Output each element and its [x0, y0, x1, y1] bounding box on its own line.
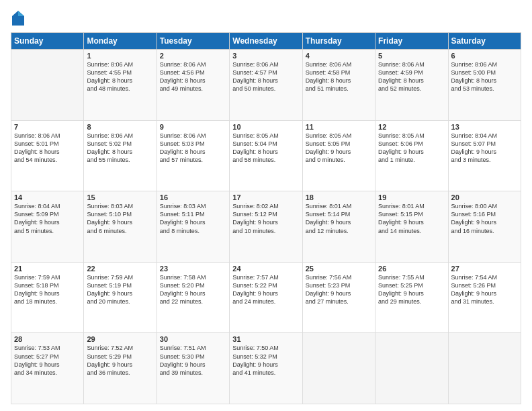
calendar-cell: 27Sunrise: 7:54 AM Sunset: 5:26 PM Dayli…: [448, 262, 521, 333]
day-number: 10: [232, 123, 299, 131]
calendar-day-header: Tuesday: [157, 33, 229, 50]
calendar-cell: 26Sunrise: 7:55 AM Sunset: 5:25 PM Dayli…: [375, 262, 448, 333]
calendar-day-header: Thursday: [302, 33, 375, 50]
day-number: 3: [232, 52, 299, 60]
calendar-cell: 6Sunrise: 8:06 AM Sunset: 5:00 PM Daylig…: [448, 50, 521, 121]
calendar-cell: 14Sunrise: 8:04 AM Sunset: 5:09 PM Dayli…: [11, 191, 84, 263]
day-number: 14: [14, 193, 81, 201]
calendar-cell: 25Sunrise: 7:56 AM Sunset: 5:23 PM Dayli…: [302, 262, 375, 333]
calendar-cell: 2Sunrise: 8:06 AM Sunset: 4:56 PM Daylig…: [157, 50, 229, 121]
day-info: Sunrise: 8:06 AM Sunset: 4:56 PM Dayligh…: [160, 60, 226, 93]
calendar-week-row: 1Sunrise: 8:06 AM Sunset: 4:55 PM Daylig…: [11, 50, 521, 121]
calendar-cell: 23Sunrise: 7:58 AM Sunset: 5:20 PM Dayli…: [157, 262, 229, 333]
calendar-cell: 5Sunrise: 8:06 AM Sunset: 4:59 PM Daylig…: [375, 50, 448, 121]
calendar-cell: 19Sunrise: 8:01 AM Sunset: 5:15 PM Dayli…: [375, 191, 448, 263]
calendar-cell: 22Sunrise: 7:59 AM Sunset: 5:19 PM Dayli…: [84, 262, 157, 333]
day-number: 23: [160, 265, 226, 273]
day-number: 11: [306, 123, 372, 131]
day-number: 9: [160, 123, 226, 131]
day-info: Sunrise: 8:01 AM Sunset: 5:14 PM Dayligh…: [306, 202, 372, 235]
logo-icon: [12, 11, 24, 26]
day-info: Sunrise: 8:06 AM Sunset: 5:00 PM Dayligh…: [451, 60, 518, 93]
day-info: Sunrise: 7:51 AM Sunset: 5:30 PM Dayligh…: [160, 344, 226, 377]
calendar-cell: 24Sunrise: 7:57 AM Sunset: 5:22 PM Dayli…: [230, 262, 302, 333]
day-info: Sunrise: 7:57 AM Sunset: 5:22 PM Dayligh…: [232, 273, 299, 306]
calendar-cell: 29Sunrise: 7:52 AM Sunset: 5:29 PM Dayli…: [84, 333, 157, 404]
calendar-cell: 15Sunrise: 8:03 AM Sunset: 5:10 PM Dayli…: [84, 191, 157, 263]
day-info: Sunrise: 7:59 AM Sunset: 5:19 PM Dayligh…: [87, 273, 153, 306]
day-number: 4: [306, 52, 372, 60]
day-number: 2: [160, 52, 226, 60]
calendar-week-row: 28Sunrise: 7:53 AM Sunset: 5:27 PM Dayli…: [11, 333, 521, 404]
calendar-cell: [375, 333, 448, 404]
day-info: Sunrise: 8:02 AM Sunset: 5:12 PM Dayligh…: [232, 202, 299, 235]
day-number: 21: [14, 265, 81, 273]
day-info: Sunrise: 8:04 AM Sunset: 5:07 PM Dayligh…: [451, 132, 518, 165]
calendar-table: SundayMondayTuesdayWednesdayThursdayFrid…: [11, 32, 521, 404]
day-number: 29: [87, 335, 153, 343]
calendar-cell: 21Sunrise: 7:59 AM Sunset: 5:18 PM Dayli…: [11, 262, 84, 333]
day-info: Sunrise: 8:06 AM Sunset: 5:02 PM Dayligh…: [87, 132, 153, 165]
calendar-cell: 18Sunrise: 8:01 AM Sunset: 5:14 PM Dayli…: [302, 191, 375, 263]
day-info: Sunrise: 7:52 AM Sunset: 5:29 PM Dayligh…: [87, 344, 153, 377]
day-number: 25: [306, 265, 372, 273]
day-info: Sunrise: 8:06 AM Sunset: 4:57 PM Dayligh…: [232, 60, 299, 93]
calendar-cell: 28Sunrise: 7:53 AM Sunset: 5:27 PM Dayli…: [11, 333, 84, 404]
day-number: 19: [378, 193, 445, 201]
logo: [11, 11, 26, 26]
day-info: Sunrise: 8:00 AM Sunset: 5:16 PM Dayligh…: [451, 202, 518, 235]
calendar-week-row: 21Sunrise: 7:59 AM Sunset: 5:18 PM Dayli…: [11, 262, 521, 333]
day-info: Sunrise: 7:53 AM Sunset: 5:27 PM Dayligh…: [14, 344, 81, 377]
day-info: Sunrise: 8:05 AM Sunset: 5:05 PM Dayligh…: [306, 132, 372, 165]
calendar-cell: 3Sunrise: 8:06 AM Sunset: 4:57 PM Daylig…: [230, 50, 302, 121]
calendar-cell: [448, 333, 521, 404]
calendar-header-row: SundayMondayTuesdayWednesdayThursdayFrid…: [11, 33, 521, 50]
calendar-cell: 17Sunrise: 8:02 AM Sunset: 5:12 PM Dayli…: [230, 191, 302, 263]
calendar-cell: 1Sunrise: 8:06 AM Sunset: 4:55 PM Daylig…: [84, 50, 157, 121]
calendar-day-header: Sunday: [11, 33, 84, 50]
day-info: Sunrise: 7:54 AM Sunset: 5:26 PM Dayligh…: [451, 273, 518, 306]
day-number: 22: [87, 265, 153, 273]
calendar-cell: 31Sunrise: 7:50 AM Sunset: 5:32 PM Dayli…: [230, 333, 302, 404]
day-info: Sunrise: 8:06 AM Sunset: 5:01 PM Dayligh…: [14, 132, 81, 165]
calendar-cell: [11, 50, 84, 121]
calendar-cell: [302, 333, 375, 404]
calendar-week-row: 7Sunrise: 8:06 AM Sunset: 5:01 PM Daylig…: [11, 120, 521, 191]
day-info: Sunrise: 8:06 AM Sunset: 4:55 PM Dayligh…: [87, 60, 153, 93]
day-info: Sunrise: 8:04 AM Sunset: 5:09 PM Dayligh…: [14, 202, 81, 235]
day-info: Sunrise: 8:06 AM Sunset: 4:58 PM Dayligh…: [306, 60, 372, 93]
day-number: 27: [451, 265, 518, 273]
calendar-cell: 30Sunrise: 7:51 AM Sunset: 5:30 PM Dayli…: [157, 333, 229, 404]
calendar-cell: 4Sunrise: 8:06 AM Sunset: 4:58 PM Daylig…: [302, 50, 375, 121]
day-number: 7: [14, 123, 81, 131]
day-number: 18: [306, 193, 372, 201]
calendar-day-header: Wednesday: [230, 33, 302, 50]
day-info: Sunrise: 7:50 AM Sunset: 5:32 PM Dayligh…: [232, 344, 299, 377]
calendar-cell: 11Sunrise: 8:05 AM Sunset: 5:05 PM Dayli…: [302, 120, 375, 191]
day-info: Sunrise: 7:59 AM Sunset: 5:18 PM Dayligh…: [14, 273, 81, 306]
day-number: 28: [14, 335, 81, 343]
day-number: 17: [232, 193, 299, 201]
calendar-day-header: Saturday: [448, 33, 521, 50]
day-number: 13: [451, 123, 518, 131]
calendar-cell: 20Sunrise: 8:00 AM Sunset: 5:16 PM Dayli…: [448, 191, 521, 263]
day-number: 20: [451, 193, 518, 201]
day-number: 12: [378, 123, 445, 131]
day-info: Sunrise: 8:03 AM Sunset: 5:11 PM Dayligh…: [160, 202, 226, 235]
calendar-cell: 10Sunrise: 8:05 AM Sunset: 5:04 PM Dayli…: [230, 120, 302, 191]
day-info: Sunrise: 8:06 AM Sunset: 4:59 PM Dayligh…: [378, 60, 445, 93]
day-info: Sunrise: 8:03 AM Sunset: 5:10 PM Dayligh…: [87, 202, 153, 235]
calendar-day-header: Monday: [84, 33, 157, 50]
day-number: 16: [160, 193, 226, 201]
calendar-cell: 9Sunrise: 8:06 AM Sunset: 5:03 PM Daylig…: [157, 120, 229, 191]
day-number: 5: [378, 52, 445, 60]
calendar-cell: 13Sunrise: 8:04 AM Sunset: 5:07 PM Dayli…: [448, 120, 521, 191]
day-info: Sunrise: 8:05 AM Sunset: 5:06 PM Dayligh…: [378, 132, 445, 165]
day-number: 31: [232, 335, 299, 343]
calendar-cell: 16Sunrise: 8:03 AM Sunset: 5:11 PM Dayli…: [157, 191, 229, 263]
day-info: Sunrise: 8:01 AM Sunset: 5:15 PM Dayligh…: [378, 202, 445, 235]
day-info: Sunrise: 8:06 AM Sunset: 5:03 PM Dayligh…: [160, 132, 226, 165]
day-number: 8: [87, 123, 153, 131]
page: SundayMondayTuesdayWednesdayThursdayFrid…: [0, 0, 532, 411]
header: [11, 11, 521, 26]
